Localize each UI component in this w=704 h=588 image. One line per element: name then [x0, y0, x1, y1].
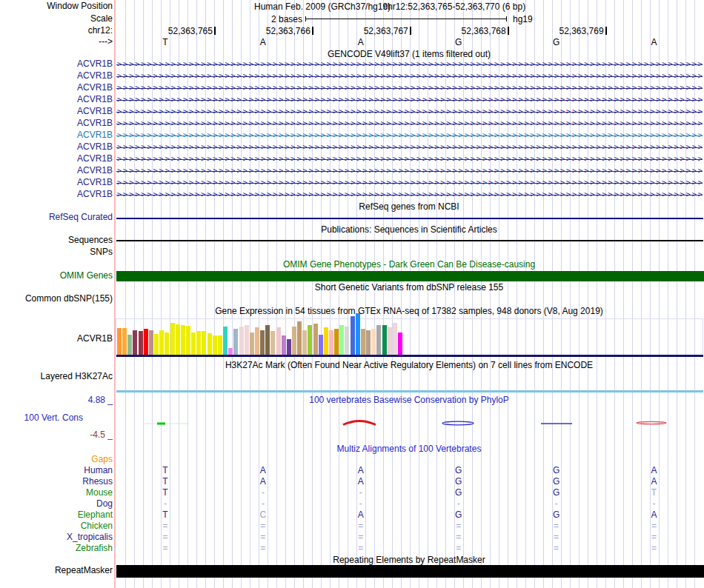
- gtex-tissue-bar[interactable]: [376, 325, 381, 355]
- gtex-tissue-bar[interactable]: [245, 325, 249, 355]
- gtex-tissue-bar[interactable]: [361, 329, 365, 355]
- gtex-tissue-bar[interactable]: [297, 321, 302, 355]
- dbsnp-label[interactable]: Common dbSNP(155): [0, 294, 113, 304]
- gtex-tissue-bar[interactable]: [371, 329, 376, 355]
- gtex-tissue-bar[interactable]: [260, 330, 265, 355]
- multiz-species-label[interactable]: Mouse: [0, 488, 113, 498]
- gtex-tissue-bar[interactable]: [250, 333, 254, 355]
- gencode-gene-label[interactable]: ACVR1B: [0, 130, 113, 140]
- gtex-tissue-bar[interactable]: [329, 330, 333, 355]
- h3k27ac-signal[interactable]: [116, 390, 703, 392]
- gtex-tissue-bar[interactable]: [388, 327, 392, 355]
- gencode-gene-label[interactable]: ACVR1B: [0, 59, 113, 69]
- gtex-tissue-bar[interactable]: [122, 328, 127, 355]
- conservation-signal[interactable]: [116, 415, 703, 432]
- gtex-tissue-bar[interactable]: [127, 335, 132, 355]
- gtex-tissue-bar[interactable]: [117, 328, 122, 355]
- gencode-gene-label[interactable]: ACVR1B: [0, 166, 113, 176]
- gtex-tissue-bar[interactable]: [382, 325, 387, 355]
- gencode-gene-label[interactable]: ACVR1B: [0, 107, 113, 116]
- gtex-tissue-bar[interactable]: [302, 330, 307, 355]
- gtex-tissue-bar[interactable]: [228, 348, 233, 355]
- gtex-tissue-bar[interactable]: [398, 333, 402, 355]
- multiz-species-label[interactable]: X_tropicalis: [0, 532, 113, 542]
- multiz-species-label[interactable]: Rhesus: [0, 477, 113, 487]
- gtex-tissue-bar[interactable]: [287, 339, 291, 355]
- gtex-tissue-bar[interactable]: [233, 329, 238, 355]
- gtex-tissue-bar[interactable]: [324, 327, 328, 355]
- gencode-gene-item[interactable]: >>>>>>>>>>>>>>>>>>>>>>>>>>>>>>>>>>>>>>>>…: [116, 73, 703, 81]
- gtex-tissue-bar[interactable]: [159, 330, 164, 355]
- gtex-tissue-bar[interactable]: [176, 324, 180, 355]
- gencode-gene-item[interactable]: >>>>>>>>>>>>>>>>>>>>>>>>>>>>>>>>>>>>>>>>…: [116, 120, 703, 128]
- gtex-tissue-bar[interactable]: [170, 323, 175, 355]
- refseq-curated-label[interactable]: RefSeq Curated: [0, 213, 113, 222]
- gencode-gene-label[interactable]: ACVR1B: [0, 83, 113, 93]
- gtex-tissue-bar[interactable]: [133, 330, 137, 355]
- gtex-tissue-bar[interactable]: [144, 329, 148, 355]
- multiz-species-label[interactable]: Zebrafish: [0, 544, 113, 553]
- gtex-tissue-bar[interactable]: [149, 330, 153, 355]
- gtex-tissue-bar[interactable]: [313, 324, 318, 355]
- gencode-gene-label[interactable]: ACVR1B: [0, 154, 113, 164]
- gtex-tissue-bar[interactable]: [154, 334, 159, 355]
- gtex-tissue-bar[interactable]: [196, 331, 201, 355]
- sequences-label[interactable]: Sequences: [0, 235, 113, 245]
- multiz-species-label[interactable]: Gaps: [0, 455, 113, 464]
- refseq-gene-item[interactable]: [116, 218, 703, 219]
- gencode-gene-label[interactable]: ACVR1B: [0, 118, 113, 128]
- gencode-gene-item[interactable]: >>>>>>>>>>>>>>>>>>>>>>>>>>>>>>>>>>>>>>>>…: [116, 144, 703, 152]
- gtex-tissue-bar[interactable]: [181, 325, 185, 355]
- gtex-tissue-bar[interactable]: [165, 333, 169, 355]
- gtex-tissue-bar[interactable]: [356, 313, 360, 355]
- gtex-tissue-bar[interactable]: [393, 323, 397, 355]
- gencode-gene-item[interactable]: >>>>>>>>>>>>>>>>>>>>>>>>>>>>>>>>>>>>>>>>…: [116, 108, 703, 116]
- multiz-species-label[interactable]: Elephant: [0, 510, 113, 520]
- gtex-tissue-bar[interactable]: [270, 331, 275, 355]
- gtex-tissue-bar[interactable]: [319, 335, 323, 355]
- gtex-tissue-bar[interactable]: [191, 333, 196, 355]
- gencode-gene-item[interactable]: >>>>>>>>>>>>>>>>>>>>>>>>>>>>>>>>>>>>>>>>…: [116, 191, 703, 199]
- gencode-gene-item[interactable]: >>>>>>>>>>>>>>>>>>>>>>>>>>>>>>>>>>>>>>>>…: [116, 96, 703, 104]
- gencode-gene-label[interactable]: ACVR1B: [0, 142, 113, 152]
- gencode-gene-item[interactable]: >>>>>>>>>>>>>>>>>>>>>>>>>>>>>>>>>>>>>>>>…: [116, 156, 703, 164]
- gtex-tissue-bar[interactable]: [223, 327, 228, 355]
- gtex-tissue-bar[interactable]: [351, 316, 355, 355]
- gencode-gene-item[interactable]: >>>>>>>>>>>>>>>>>>>>>>>>>>>>>>>>>>>>>>>>…: [116, 84, 703, 93]
- repeatmasker-element-bar[interactable]: [116, 565, 704, 578]
- multiz-species-label[interactable]: Human: [0, 466, 113, 475]
- gtex-tissue-bar[interactable]: [292, 327, 296, 355]
- gtex-tissue-bar[interactable]: [202, 331, 206, 355]
- gtex-tissue-bar[interactable]: [213, 335, 217, 355]
- gencode-gene-item[interactable]: >>>>>>>>>>>>>>>>>>>>>>>>>>>>>>>>>>>>>>>>…: [116, 132, 703, 140]
- h3k27ac-label[interactable]: Layered H3K27Ac: [0, 372, 113, 381]
- repeatmasker-label[interactable]: RepeatMasker: [0, 566, 113, 575]
- gencode-gene-label[interactable]: ACVR1B: [0, 190, 113, 199]
- gtex-tissue-bar[interactable]: [207, 333, 212, 355]
- gtex-tissue-bar[interactable]: [334, 329, 339, 355]
- gencode-gene-label[interactable]: ACVR1B: [0, 71, 113, 81]
- gtex-tissue-bar[interactable]: [339, 325, 344, 355]
- gtex-tissue-bar[interactable]: [218, 335, 222, 355]
- multiz-species-label[interactable]: Chicken: [0, 521, 113, 531]
- gtex-tissue-bar[interactable]: [265, 325, 270, 355]
- gtex-gene-label[interactable]: ACVR1B: [0, 334, 113, 344]
- gtex-tissue-bar[interactable]: [366, 330, 371, 355]
- gencode-gene-item[interactable]: >>>>>>>>>>>>>>>>>>>>>>>>>>>>>>>>>>>>>>>>…: [116, 179, 703, 187]
- gencode-gene-label[interactable]: ACVR1B: [0, 95, 113, 104]
- omim-genes-label[interactable]: OMIM Genes: [0, 271, 113, 281]
- gtex-tissue-bar[interactable]: [186, 326, 190, 355]
- cons-track-label[interactable]: 100 Vert. Cons: [0, 413, 83, 423]
- publications-item[interactable]: [116, 240, 703, 241]
- gtex-tissue-bar[interactable]: [239, 327, 244, 355]
- gencode-gene-label[interactable]: ACVR1B: [0, 178, 113, 187]
- gtex-tissue-bar[interactable]: [276, 327, 281, 355]
- multiz-species-label[interactable]: Dog: [0, 499, 113, 509]
- gtex-tissue-bar[interactable]: [345, 327, 349, 355]
- gtex-tissue-bar[interactable]: [282, 335, 286, 355]
- gencode-gene-item[interactable]: >>>>>>>>>>>>>>>>>>>>>>>>>>>>>>>>>>>>>>>>…: [116, 61, 703, 69]
- gtex-tissue-bar[interactable]: [308, 325, 312, 355]
- gtex-tissue-bar[interactable]: [139, 331, 143, 355]
- omim-gene-bar[interactable]: [116, 271, 704, 281]
- snps-label[interactable]: SNPs: [0, 247, 113, 257]
